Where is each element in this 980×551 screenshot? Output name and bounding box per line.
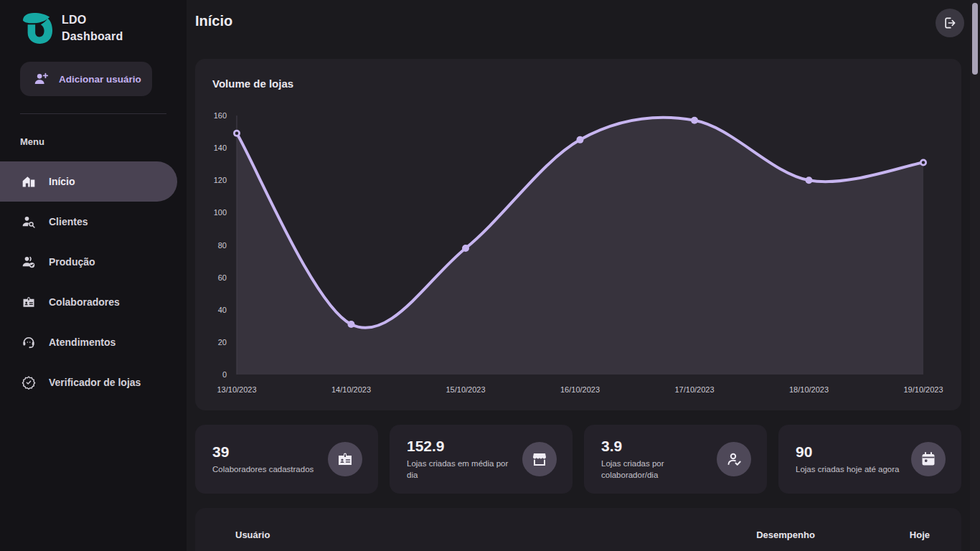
sidebar-divider [20,113,166,114]
y-axis-tick-label: 120 [214,176,227,184]
chart-title: Volume de lojas [212,77,293,90]
logo-icon [22,11,53,44]
y-axis-tick-label: 20 [218,338,227,347]
sidebar-item-inicio[interactable]: Início [0,161,177,202]
sidebar-item-colaboradores[interactable]: Colaboradores [0,282,187,322]
stat-card-hoje: 90 Lojas criadas hoje até agora [778,425,961,494]
headset-icon [22,335,36,349]
scrollbar-track[interactable] [970,0,980,551]
page-title: Início [195,13,232,29]
stat-label: Lojas criadas hoje até agora [796,463,900,475]
badge-icon [336,451,354,468]
calendar-icon [920,451,937,468]
x-axis-tick-label: 19/10/2023 [903,385,943,394]
stat-value: 152.9 [407,438,514,455]
person-search-icon [22,215,36,229]
table-header-row: Usuário Desempenho Hoje [195,508,961,540]
logout-button[interactable] [936,9,964,37]
chart-area-fill [237,118,923,375]
people-check-icon [22,255,36,269]
y-axis-tick-label: 0 [222,370,227,379]
add-user-label: Adicionar usuário [59,74,141,85]
stat-icon-circle [717,442,751,476]
column-header-desempenho: Desempenho [756,529,815,540]
stat-icon-circle [522,442,557,476]
sidebar-item-label: Verificador de lojas [49,377,141,388]
chart-data-point-center [922,161,925,164]
chart-data-point[interactable] [691,117,698,124]
app-logo: LDO Dashboard [0,0,187,44]
stat-value: 90 [796,443,900,461]
sidebar-item-atendimentos[interactable]: Atendimentos [0,322,187,362]
column-header-usuario: Usuário [235,529,756,540]
y-axis-tick-label: 80 [218,241,227,250]
sidebar-item-label: Produção [49,256,95,268]
app-title: LDO Dashboard [62,11,123,44]
stat-card-media-dia: 152.9 Lojas criadas em média por dia [390,425,573,494]
x-axis-tick-label: 17/10/2023 [674,385,714,394]
menu-section-label: Menu [20,136,44,147]
stat-card-por-colaborador: 3.9 Lojas criadas por colaborador/dia [584,425,767,494]
person-check-icon [725,451,743,468]
x-axis-tick-label: 14/10/2023 [331,385,371,394]
chart-data-point[interactable] [348,321,355,328]
y-axis-tick-label: 40 [218,306,227,314]
add-user-button[interactable]: Adicionar usuário [20,62,152,96]
sidebar-item-label: Atendimentos [49,336,116,348]
stat-card-colaboradores: 39 Colaboradores cadastrados [195,425,378,494]
verified-icon [22,375,36,390]
volume-line-chart[interactable]: 02040608010012014016013/10/202314/10/202… [212,100,944,402]
y-axis-tick-label: 100 [214,208,227,217]
stat-label: Lojas criadas por colaborador/dia [601,458,709,481]
y-axis-tick-label: 160 [214,111,227,120]
column-header-hoje: Hoje [910,529,930,540]
volume-chart-card: Volume de lojas 02040608010012014016013/… [195,59,961,410]
stat-value: 39 [212,443,314,461]
stat-icon-circle [911,442,946,476]
y-axis-tick-label: 140 [214,143,227,152]
person-add-icon [33,71,49,87]
badge-icon [22,295,36,309]
x-axis-tick-label: 15/10/2023 [446,385,485,394]
logout-icon [943,16,957,30]
app-title-line2: Dashboard [62,28,123,44]
stat-icon-circle [328,442,362,476]
chart-data-point[interactable] [462,245,469,252]
x-axis-tick-label: 13/10/2023 [217,385,256,394]
sidebar-item-label: Clientes [49,216,88,227]
stat-label: Colaboradores cadastrados [212,463,314,475]
chart-data-point-center [235,132,238,135]
chart-data-point[interactable] [577,136,584,143]
chart-data-point[interactable] [806,176,813,184]
y-axis-tick-label: 60 [218,273,227,282]
x-axis-tick-label: 18/10/2023 [789,385,829,394]
main-content: Início Volume de lojas 02040608010012014… [187,0,980,551]
storefront-icon [531,451,548,468]
sidebar-item-label: Início [49,176,75,187]
sidebar-item-verificador[interactable]: Verificador de lojas [0,362,187,402]
stats-row: 39 Colaboradores cadastrados 152.9 Lojas… [195,425,961,494]
sidebar-item-label: Colaboradores [49,296,120,308]
stat-label: Lojas criadas em média por dia [407,458,514,481]
app-title-line1: LDO [62,11,123,28]
sidebar-menu: Início Clientes Produção [0,161,187,402]
home-icon [22,174,36,189]
sidebar-item-clientes[interactable]: Clientes [0,202,187,242]
stat-value: 3.9 [601,438,709,455]
users-table-card: Usuário Desempenho Hoje [195,508,961,551]
x-axis-tick-label: 16/10/2023 [560,385,600,394]
sidebar-item-producao[interactable]: Produção [0,242,187,282]
scrollbar-thumb[interactable] [972,3,978,75]
sidebar: LDO Dashboard Adicionar usuário Menu Iní… [0,0,187,551]
